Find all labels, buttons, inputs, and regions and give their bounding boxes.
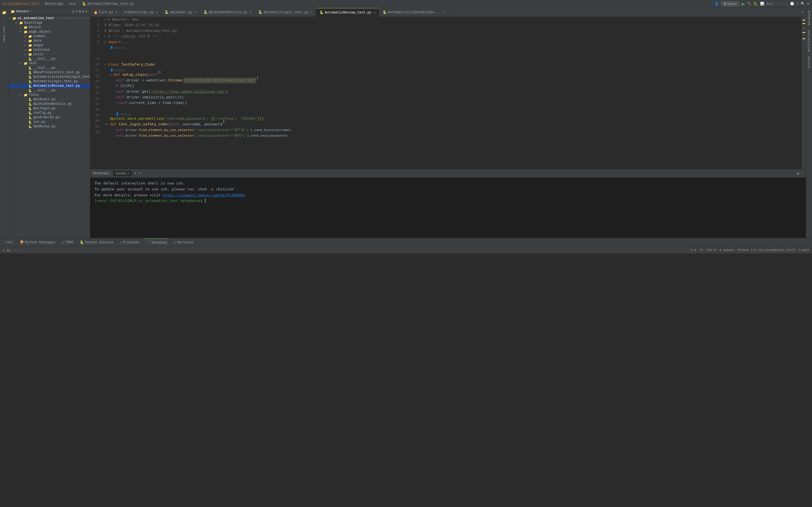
editor-scroll-gutter[interactable] — [802, 17, 806, 169]
sidebar-dropdown-icon[interactable]: ▾ — [30, 10, 32, 13]
terminal-tab-local[interactable]: Local ✕ — [113, 171, 132, 176]
locate-file-icon[interactable]: ◎ — [72, 9, 74, 14]
tree-item-device[interactable]: ▸ 📁 Device — [8, 25, 90, 30]
terminal-dropdown-icon[interactable]: ▾ — [139, 171, 141, 175]
bottom-tab-python-packages[interactable]: 📦 Python Packages — [18, 238, 57, 246]
tree-item-iot[interactable]: ▸ 🐍 iot.py — [8, 120, 90, 124]
tree-item-backstage[interactable]: ▾ 📁 Backstage — [8, 20, 90, 25]
tab-close-auto-review[interactable]: ✕ — [374, 11, 375, 14]
debug-icon[interactable]: 🐛 — [754, 2, 758, 6]
status-errors[interactable]: ✕ 3 — [13, 248, 19, 252]
status-warnings[interactable]: ⚠ 11 — [3, 248, 10, 252]
tab-close-settings[interactable]: ✕ — [156, 11, 158, 14]
collapse-all-icon[interactable]: ≡ — [75, 9, 78, 14]
git-push-icon[interactable]: ✓ — [781, 2, 783, 6]
terminal-settings-icon[interactable]: ⚙ — [797, 171, 799, 176]
expand-all-icon[interactable]: ⊞ — [79, 9, 81, 14]
sidebar-close-icon[interactable]: ✕ — [86, 9, 88, 14]
tree-item-pages[interactable]: ▸ 📁 pages — [8, 43, 90, 48]
status-line-ending: LF — [700, 248, 703, 252]
tree-item-init2[interactable]: ▸ 🐍 __init__.py — [8, 88, 90, 93]
problems-icon: ⚠ — [120, 240, 122, 244]
build-icon[interactable]: 🔨 — [747, 2, 751, 6]
code-editor[interactable]: 12345 91011121314 151617181920 2122 ⊟ # … — [90, 17, 806, 169]
tab-close-fire[interactable]: ✕ — [115, 11, 117, 14]
tab-settings[interactable]: ⚙mySettings.py ✕ — [121, 8, 161, 17]
tree-item-root[interactable]: ▾ 📁 ui_automation_test ~/PycharmProjects… — [8, 16, 90, 20]
sciview-icon[interactable]: SciView — [807, 55, 811, 69]
terminal-tab-label: Local — [116, 172, 126, 175]
bottom-tab-services[interactable]: ▷ Services — [173, 238, 195, 246]
structure-icon[interactable]: Struct — [1, 26, 8, 33]
tab-fire[interactable]: 🔥Fire.py ✕ — [90, 8, 121, 17]
tree-item-test[interactable]: ▾ 📁 test — [8, 61, 90, 66]
bottom-tab-todo[interactable]: ☑ TODO — [61, 238, 74, 246]
tree-item-api-hidden[interactable]: ▸ 🐍 ApiHiddenDetails.py — [8, 102, 90, 106]
git-arrow-icon[interactable]: ↑ — [785, 2, 788, 6]
tree-item-opemysql[interactable]: ▸ 🐍 OpeMysql.py — [8, 124, 90, 129]
code-content[interactable]: ⊟ # @Author: Hao # @Time: 2020-12-01 15:… — [101, 17, 802, 169]
tree-item-api-audit[interactable]: ▸ 🐍 ApiAudit.py — [8, 97, 90, 102]
tree-item-testcase[interactable]: ▸ 📁 testcase — [8, 48, 90, 52]
tab-api-audit[interactable]: 🐍ApiAudit.py ✕ — [161, 8, 200, 17]
project-icon[interactable]: 📁 — [1, 9, 8, 16]
git-check-icon[interactable]: ✓ — [777, 2, 779, 6]
tab-close-auto-login[interactable]: ✕ — [311, 11, 312, 14]
tree-item-autologin[interactable]: ▸ 🐍 AutomaticLogin_test.py — [8, 79, 90, 83]
tree-item-utils[interactable]: ▸ 📁 utils — [8, 52, 90, 57]
tab-api-hidden[interactable]: 🐍ApiHiddenDetails.py ✕ — [200, 8, 255, 17]
notifications-icon[interactable]: Notifications — [807, 29, 811, 53]
terminal-add-button[interactable]: + — [134, 171, 137, 176]
terminal-minimize-icon[interactable]: — — [802, 172, 804, 175]
bottom-tab-terminal[interactable]: ⬛ Terminal — [145, 238, 168, 246]
tab-auto-login[interactable]: 🐍AutomaticLogin_test.py ✕ — [255, 8, 316, 17]
sidebar-settings-icon[interactable]: ⚙ — [82, 9, 84, 14]
tab-close-auto-send[interactable]: ✕ — [443, 11, 445, 14]
bookmarks-icon[interactable]: Books — [1, 35, 8, 41]
tree-item-tools[interactable]: ▾ 📁 Tools — [8, 93, 90, 97]
tree-item-autoreview[interactable]: ▸ 🐍 AutomaticReview_test.py — [8, 83, 90, 88]
branch-button[interactable]: ⌘ main ▾ — [721, 1, 739, 6]
tree-item-data[interactable]: ▸ 📁 data — [8, 39, 90, 43]
status-branch[interactable]: ⌥ main — [799, 248, 809, 252]
python-packages-label: Python Packages — [25, 240, 56, 244]
breadcrumb-test[interactable]: test — [68, 2, 77, 6]
git-revert-icon[interactable]: ↩ — [797, 2, 799, 6]
tree-item-getorder[interactable]: ▸ 🐍 getOrderId.py — [8, 115, 90, 120]
terminal-content[interactable]: The default interactive shell is now zsh… — [90, 178, 806, 238]
status-python[interactable]: Python 3.9 (ui_automation_test) — [738, 248, 795, 252]
tree-item-page-object[interactable]: ▾ 📁 page_object — [8, 30, 90, 34]
tab-close-api-audit[interactable]: ✕ — [195, 11, 197, 14]
tree-item-init-bs[interactable]: ▸ 🐍 __init__.py — [8, 57, 90, 61]
tree-item-autosend[interactable]: ▸ 🐍 AutomaticallySendSingle_test.py — [8, 75, 90, 79]
avatar-icon[interactable]: 👤 — [714, 2, 719, 6]
terminal-tab-close[interactable]: ✕ — [128, 172, 129, 175]
tree-item-akey[interactable]: ▸ 🐍 AKeyProcessFire_test.py — [8, 70, 90, 75]
tree-item-common[interactable]: ▸ 📁 common — [8, 34, 90, 39]
bottom-tab-git[interactable]: ⑂ Git — [3, 238, 14, 246]
search-icon[interactable]: 🔍 — [801, 2, 805, 6]
tab-auto-send[interactable]: 🐍AutomaticallySendSingle... ✕ — [379, 8, 448, 17]
git-history-icon[interactable]: 🕐 — [790, 2, 794, 6]
run-button[interactable]: ▶ — [742, 1, 745, 6]
commit-icon[interactable]: ↑ — [1, 18, 8, 24]
tab-auto-review[interactable]: 🐍AutomaticReview_test.py ✕ — [316, 8, 379, 17]
code-line-11: ▶ ⊟ class TestSafery_Code: — [104, 62, 799, 68]
tree-item-init-test[interactable]: ▸ 🐍 __init__.py — [8, 66, 90, 70]
bottom-tab-problems[interactable]: ⚠ Problems — [119, 238, 141, 246]
project-name[interactable]: ui_automation_test — [3, 2, 40, 6]
breadcrumb-file: 🐍 AutomaticReview_test.py — [82, 2, 134, 6]
tree-item-config[interactable]: ▸ 🐍 config.py — [8, 111, 90, 115]
terminal-link[interactable]: https://support.apple.com/kb/HT208050 — [163, 193, 245, 197]
database-icon[interactable]: Database — [807, 9, 811, 26]
bottom-tab-python-console[interactable]: 🐍 Python Console — [79, 238, 115, 246]
tree-item-apilogin[interactable]: ▸ 🐍 Apilogin.py — [8, 106, 90, 111]
settings-icon[interactable]: ⚙ — [807, 2, 809, 6]
editor-area: 🔥Fire.py ✕ ⚙mySettings.py ✕ 🐍ApiAudit.py… — [90, 8, 806, 238]
tab-more-button[interactable]: ▾ — [799, 10, 806, 14]
git-tab-icon: ⑂ — [4, 240, 6, 244]
breadcrumb-backstage[interactable]: Backstage — [45, 2, 63, 6]
tab-close-api-hidden[interactable]: ✕ — [250, 11, 251, 14]
coverage-icon[interactable]: 📊 — [760, 2, 764, 6]
status-encoding: UTF-8 — [707, 248, 716, 252]
